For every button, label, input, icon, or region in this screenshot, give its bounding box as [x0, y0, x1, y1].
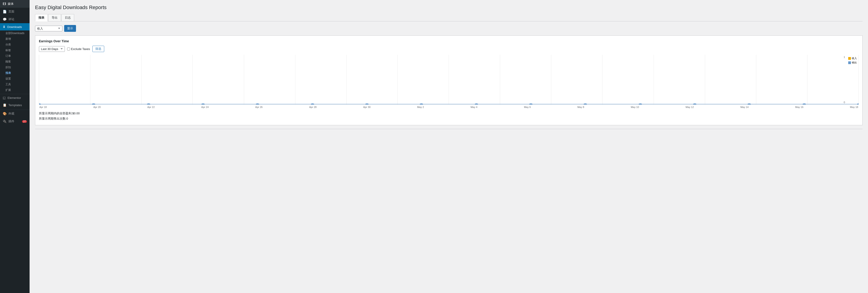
x-axis-label: May 6 — [524, 106, 531, 108]
x-axis-label: May 8 — [578, 106, 584, 108]
sidebar-subitem-settings[interactable]: 设置 — [0, 76, 30, 82]
chart-container: 1 0 收入 销出 — [39, 55, 859, 105]
exclude-taxes-checkbox[interactable] — [67, 47, 70, 51]
sidebar-item-label: Elementor — [7, 96, 21, 100]
chart-stats: 所显示周期内的全部盈利:$0.00 所显示周期售出次数:0 — [39, 111, 859, 121]
tabs-bar: 报表 导出 日志 — [35, 14, 863, 21]
sidebar-item-label: 媒体 — [8, 2, 14, 6]
sidebar-subitem-reports[interactable]: 报表 — [0, 70, 30, 76]
sidebar-item-label: 插件 — [8, 119, 14, 123]
chart-title: Earnings Over Time — [39, 39, 859, 43]
sidebar-subitem-categories[interactable]: 分类 — [0, 42, 30, 47]
x-axis-label: May 16 — [795, 106, 803, 108]
svg-point-8 — [475, 103, 478, 104]
x-axis-label: May 2 — [417, 106, 424, 108]
x-axis-label: May 4 — [470, 106, 477, 108]
legend-sales: 销出 — [848, 61, 857, 64]
x-axis-label: Apr 26 — [255, 106, 262, 108]
templates-icon: 📋 — [3, 103, 7, 107]
svg-point-2 — [147, 103, 150, 104]
sidebar: 🎞 媒体 📄 页面 💬 评论 ⬇ Downloads 全部Downloads 新… — [0, 0, 30, 293]
pages-icon: 📄 — [3, 10, 7, 13]
report-type-select[interactable]: 收入 下载量 顾客 折扣 — [35, 26, 62, 31]
chart-card: Earnings Over Time Last 30 Days Last Qua… — [35, 35, 863, 125]
sidebar-item-label: Downloads — [7, 25, 22, 29]
sidebar-item-label: Templates — [8, 103, 22, 107]
svg-point-6 — [365, 103, 369, 104]
show-button[interactable]: 显示 — [64, 25, 76, 32]
sidebar-subitem-extensions[interactable]: 扩展 — [0, 87, 30, 93]
svg-point-1 — [92, 103, 95, 104]
y-axis-max: 1 — [844, 56, 845, 58]
chart-svg — [39, 55, 859, 104]
svg-point-14 — [803, 103, 806, 104]
sidebar-item-comments[interactable]: 💬 评论 — [0, 15, 30, 23]
sidebar-subitem-orders[interactable]: 订单 — [0, 53, 30, 59]
x-axis-label: Apr 20 — [93, 106, 100, 108]
x-axis-label: Apr 22 — [147, 106, 154, 108]
chart-inner: 1 0 收入 销出 — [39, 55, 859, 104]
sidebar-subitem-tags[interactable]: 标签 — [0, 47, 30, 53]
svg-point-15 — [857, 103, 859, 104]
legend-sales-label: 销出 — [852, 61, 857, 64]
sales-stat-value: 0 — [66, 117, 68, 120]
sidebar-item-templates[interactable]: 📋 Templates — [0, 101, 30, 109]
svg-point-3 — [202, 103, 205, 104]
exclude-taxes-label[interactable]: Exclude Taxes — [67, 47, 90, 51]
plugins-icon: 🔌 — [3, 120, 7, 123]
legend-earnings-dot — [848, 57, 851, 60]
svg-point-13 — [747, 103, 751, 104]
filter-button[interactable]: 筛选 — [92, 46, 104, 52]
sidebar-item-pages[interactable]: 📄 页面 — [0, 8, 30, 15]
x-axis-label: Apr 18 — [39, 106, 46, 108]
plugins-badge: 27 — [22, 120, 27, 123]
date-filter-row: Last 30 Days Last Quarter Last Year Cust… — [39, 46, 859, 52]
sidebar-subitem-add-new[interactable]: 新增 — [0, 36, 30, 42]
legend-sales-dot — [848, 61, 851, 64]
sales-stat-label: 所显示周期售出次数: — [39, 117, 66, 120]
sidebar-item-label: 评论 — [8, 17, 14, 21]
svg-point-11 — [639, 103, 642, 104]
svg-point-4 — [256, 103, 259, 104]
sidebar-item-plugins[interactable]: 🔌 插件 27 — [0, 118, 30, 125]
tab-reports[interactable]: 报表 — [35, 14, 48, 21]
legend-earnings: 收入 — [848, 57, 857, 60]
x-axis-label: May 14 — [740, 106, 749, 108]
page-title: Easy Digital Downloads Reports — [35, 4, 863, 10]
earnings-stat-label: 所显示周期内的全部盈利: — [39, 111, 72, 115]
svg-point-12 — [693, 103, 696, 104]
x-axis: Apr 18Apr 20Apr 22Apr 24Apr 26Apr 28Apr … — [39, 106, 859, 108]
tab-export[interactable]: 导出 — [48, 14, 61, 21]
earnings-stat-value: $0.00 — [72, 111, 80, 115]
sidebar-item-label: 页面 — [8, 9, 14, 13]
chart-legend: 收入 销出 — [848, 57, 857, 64]
sidebar-item-elementor[interactable]: ◱ Elementor — [0, 94, 30, 101]
media-icon: 🎞 — [3, 2, 6, 6]
comments-icon: 💬 — [3, 18, 7, 21]
main-content: Easy Digital Downloads Reports 报表 导出 日志 … — [30, 0, 868, 293]
sidebar-subitem-all-downloads[interactable]: 全部Downloads — [0, 30, 30, 36]
date-range-select[interactable]: Last 30 Days Last Quarter Last Year Cust… — [39, 46, 65, 52]
sidebar-item-appearance[interactable]: 🎨 外观 — [0, 110, 30, 118]
x-axis-label: May 10 — [631, 106, 639, 108]
x-axis-label: Apr 30 — [363, 106, 370, 108]
y-axis-min: 0 — [844, 101, 845, 104]
sidebar-item-downloads[interactable]: ⬇ Downloads — [0, 23, 30, 30]
x-axis-label: Apr 28 — [309, 106, 316, 108]
svg-point-0 — [39, 103, 41, 104]
sidebar-item-label: 外观 — [8, 111, 14, 116]
elementor-icon: ◱ — [3, 96, 6, 100]
sidebar-item-media[interactable]: 🎞 媒体 — [0, 0, 30, 8]
sidebar-subitem-tools[interactable]: 工具 — [0, 82, 30, 87]
sidebar-subitem-discounts[interactable]: 折扣 — [0, 65, 30, 70]
tab-logs[interactable]: 日志 — [61, 14, 74, 21]
appearance-icon: 🎨 — [3, 112, 7, 116]
svg-point-5 — [311, 103, 314, 104]
earnings-stat: 所显示周期内的全部盈利:$0.00 — [39, 111, 859, 116]
sidebar-subitem-customers[interactable]: 顾客 — [0, 59, 30, 65]
legend-earnings-label: 收入 — [852, 57, 857, 60]
svg-point-9 — [529, 103, 532, 104]
x-axis-label: Apr 24 — [202, 106, 209, 108]
x-axis-label: May 12 — [685, 106, 694, 108]
svg-point-7 — [420, 103, 423, 104]
